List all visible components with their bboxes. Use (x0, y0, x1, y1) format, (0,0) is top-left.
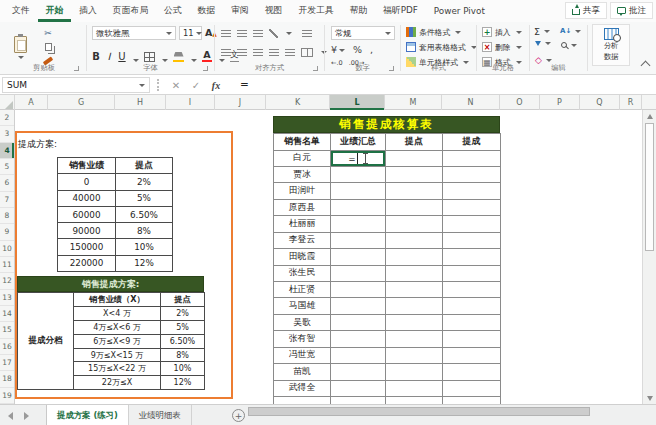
upper-table-cell[interactable]: 2% (116, 174, 173, 190)
format-as-table-button[interactable]: 套用表格格式 (406, 41, 477, 53)
number-dialog-launcher[interactable] (389, 66, 394, 71)
align-center-button[interactable] (237, 49, 247, 57)
column-header-P[interactable]: P (540, 95, 580, 110)
column-header-L[interactable]: L (330, 95, 385, 110)
scroll-up-button[interactable] (643, 110, 656, 122)
collapse-ribbon-button[interactable] (641, 61, 651, 71)
ribbon-tab-6[interactable]: 审阅 (223, 0, 257, 22)
ribbon-tab-2[interactable]: 插入 (71, 0, 105, 22)
ribbon-tab-9[interactable]: 帮助 (342, 0, 376, 22)
number-format-combobox[interactable]: 常规 (331, 26, 395, 40)
salesperson-name-cell[interactable]: 武得全 (274, 380, 331, 396)
main-table-cell[interactable] (331, 232, 386, 248)
row-header-2[interactable]: 2 (0, 110, 14, 126)
main-table-cell[interactable] (331, 397, 386, 404)
salesperson-name-cell[interactable]: 原西县 (274, 199, 331, 215)
main-table-cell[interactable] (443, 216, 501, 232)
main-table-cell[interactable] (386, 150, 443, 166)
main-table-cell[interactable] (443, 314, 501, 330)
row-header-8[interactable]: 8 (0, 208, 14, 224)
upper-table-cell[interactable]: 60000 (58, 206, 116, 222)
salesperson-name-cell[interactable]: 贾冰 (274, 166, 331, 182)
ribbon-tab-8[interactable]: 开发工具 (290, 0, 341, 22)
sheet-tab-0[interactable]: 提成方案 (练习) (46, 405, 129, 425)
main-table-cell[interactable] (386, 347, 443, 363)
row-header-4[interactable]: 4 (0, 143, 14, 159)
lower-table-cell[interactable]: 22万≤X (74, 376, 161, 390)
salesperson-name-cell[interactable]: 马国雄 (274, 298, 331, 314)
decrease-indent-button[interactable] (269, 49, 279, 57)
salesperson-name-cell[interactable]: 田晓霞 (274, 249, 331, 265)
main-table-cell[interactable] (331, 249, 386, 265)
main-table-cell[interactable] (386, 380, 443, 396)
salesperson-name-cell[interactable]: 杜丽丽 (274, 216, 331, 232)
main-table-cell[interactable] (443, 298, 501, 314)
main-table-cell[interactable] (443, 331, 501, 347)
cancel-entry-button[interactable]: ✕ (168, 77, 184, 93)
column-header-H[interactable]: H (115, 95, 166, 110)
row-header-16[interactable]: 16 (0, 339, 14, 355)
main-table-cell[interactable] (331, 282, 386, 298)
row-header-5[interactable]: 5 (0, 159, 14, 175)
insert-function-button[interactable]: fx (208, 77, 224, 93)
next-sheet-button[interactable] (24, 412, 29, 420)
analyze-data-button[interactable]: 分析 数据 (592, 24, 630, 66)
salesperson-name-cell[interactable]: 苗凯 (274, 364, 331, 380)
increase-indent-button[interactable] (285, 49, 295, 57)
active-cell[interactable]: = (331, 150, 386, 166)
main-table-cell[interactable] (386, 265, 443, 281)
upper-table-cell[interactable]: 40000 (58, 190, 116, 206)
wrap-text-button[interactable] (302, 30, 312, 38)
column-header-K[interactable]: K (266, 95, 330, 110)
upper-table-cell[interactable]: 90000 (58, 223, 116, 239)
salesperson-name-cell[interactable]: 张生民 (274, 265, 331, 281)
sheet-tab-1[interactable]: 业绩明细表 (129, 405, 192, 425)
ribbon-tab-11[interactable]: Power Pivot (426, 0, 493, 22)
main-table-cell[interactable] (331, 265, 386, 281)
salesperson-name-cell[interactable]: 张有智 (274, 331, 331, 347)
main-table-cell[interactable] (386, 364, 443, 380)
underline-button[interactable]: U (118, 51, 126, 62)
align-bottom-button[interactable] (253, 30, 263, 38)
horizontal-scrollbar-thumb[interactable] (248, 407, 590, 416)
salesperson-name-cell[interactable]: 李登云 (274, 232, 331, 248)
lower-table-cell[interactable]: 12% (161, 376, 205, 390)
main-table-cell[interactable] (386, 183, 443, 199)
main-table-cell[interactable] (331, 298, 386, 314)
column-header-O[interactable]: O (500, 95, 540, 110)
alignment-dialog-launcher[interactable] (313, 66, 318, 71)
upper-table-cell[interactable]: 10% (116, 239, 173, 255)
lower-table-cell[interactable]: 2% (161, 306, 205, 320)
salesperson-name-cell[interactable]: 白元 (274, 150, 331, 166)
column-header-N[interactable]: N (442, 95, 500, 110)
main-table-cell[interactable] (443, 150, 501, 166)
fill-button[interactable] (535, 41, 551, 46)
column-header-M[interactable]: M (385, 95, 442, 110)
lower-table-cell[interactable]: 6.50% (161, 334, 205, 348)
main-table-cell[interactable] (331, 166, 386, 182)
main-table-cell[interactable] (386, 331, 443, 347)
ribbon-tab-1[interactable]: 开始 (38, 0, 72, 22)
main-table-cell[interactable] (443, 199, 501, 215)
align-right-button[interactable] (253, 49, 263, 57)
main-table-cell[interactable] (443, 265, 501, 281)
main-table-cell[interactable] (443, 364, 501, 380)
main-table-cell[interactable] (331, 216, 386, 232)
bold-button[interactable]: B (92, 51, 100, 62)
column-header-G[interactable]: G (48, 95, 115, 110)
main-table-cell[interactable] (386, 249, 443, 265)
main-table-cell[interactable] (331, 347, 386, 363)
fill-color-button[interactable] (173, 52, 184, 63)
autosum-button[interactable]: Σ (534, 26, 550, 37)
row-header-3[interactable]: 3 (0, 126, 14, 142)
delete-cells-button[interactable]: ×删除 (482, 41, 522, 53)
salesperson-name-cell[interactable]: 吴歌 (274, 314, 331, 330)
align-top-button[interactable] (221, 30, 231, 38)
lower-table-cell[interactable]: 5% (161, 320, 205, 334)
merge-center-button[interactable] (301, 48, 313, 57)
enter-entry-button[interactable]: ✓ (188, 77, 204, 93)
column-header-A[interactable]: A (15, 95, 48, 110)
cut-button[interactable]: ✂ (40, 27, 56, 39)
name-box[interactable]: SUM (2, 77, 150, 93)
main-table-cell[interactable] (386, 397, 443, 404)
